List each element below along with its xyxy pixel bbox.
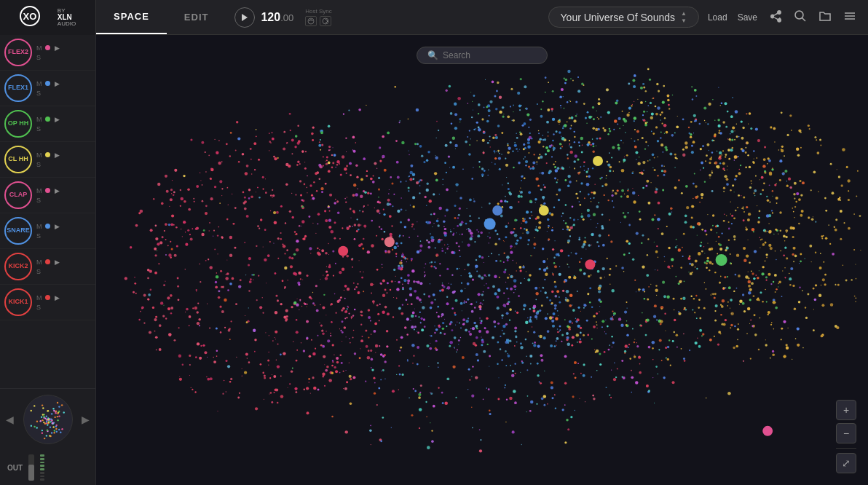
- dot-ophh: [45, 117, 50, 122]
- channel-circle-ophh[interactable]: OP HH: [4, 110, 32, 138]
- vu-segment: [40, 458, 44, 460]
- tab-edit[interactable]: EDIT: [167, 0, 226, 34]
- sidebar-prev-arrow[interactable]: ◀: [6, 414, 14, 425]
- dot-kick1: [45, 295, 50, 300]
- vu-segment: [40, 465, 44, 467]
- out-label: OUT: [7, 464, 23, 472]
- title-arrow-down[interactable]: ▼: [681, 17, 687, 24]
- sync-icon-right[interactable]: [320, 16, 331, 26]
- zoom-out-button[interactable]: −: [836, 423, 856, 443]
- mute-kick1[interactable]: M: [36, 294, 42, 301]
- title-arrow-up[interactable]: ▲: [681, 10, 687, 17]
- volume-fill: [28, 465, 34, 481]
- transport-section: 120.00 Host Sync: [234, 7, 331, 28]
- play-button[interactable]: [234, 7, 255, 28]
- mute-snare[interactable]: M: [36, 223, 42, 230]
- channel-controls-flex2: M ▶ S: [36, 44, 60, 61]
- channel-row-clap: CLAP M ▶ S: [0, 178, 95, 213]
- channel-circle-flex2[interactable]: FLEX2: [4, 39, 32, 66]
- channel-controls-clap: M ▶ S: [36, 187, 60, 204]
- share-icon[interactable]: [769, 9, 782, 25]
- out-row: OUT: [0, 450, 95, 485]
- load-button[interactable]: Load: [705, 11, 730, 24]
- channel-controls-ophh: M ▶ S: [36, 116, 60, 133]
- channel-circle-clhh[interactable]: CL HH: [4, 146, 32, 173]
- vu-segment: [40, 468, 44, 470]
- mute-clap[interactable]: M: [36, 187, 42, 194]
- solo-ophh[interactable]: S: [36, 125, 41, 133]
- zoom-in-button[interactable]: +: [836, 400, 856, 420]
- sidebar: FLEX2 M ▶ S FLEX1 M ▶: [0, 35, 96, 485]
- solo-clap[interactable]: S: [36, 197, 41, 204]
- play-kick1[interactable]: ▶: [55, 294, 60, 301]
- universe-title-area: Your Universe Of Sounds ▲ ▼ Load Save: [548, 7, 760, 28]
- zoom-fit-button[interactable]: ⤢: [836, 453, 856, 473]
- topbar: XO BY XLN AUDIO SPACE EDIT 120.00 Host S…: [0, 0, 868, 35]
- channel-circle-kick2[interactable]: KICK2: [4, 253, 32, 280]
- solo-snare[interactable]: S: [36, 232, 41, 240]
- play-kick2[interactable]: ▶: [55, 259, 60, 266]
- svg-line-6: [802, 17, 806, 21]
- vu-segment: [40, 462, 44, 464]
- solo-clhh[interactable]: S: [36, 161, 41, 168]
- solo-flex2[interactable]: S: [36, 54, 41, 61]
- channel-row-kick1: KICK1 M ▶ S: [0, 285, 95, 320]
- sound-dots-canvas[interactable]: [96, 35, 868, 485]
- svg-point-5: [795, 11, 803, 19]
- play-snare[interactable]: ▶: [55, 223, 60, 230]
- solo-kick2[interactable]: S: [36, 268, 41, 275]
- vu-segment: [40, 454, 44, 457]
- universe-title-box: Your Universe Of Sounds ▲ ▼: [548, 7, 699, 28]
- load-save-buttons: Load Save: [705, 11, 760, 24]
- svg-text:XO: XO: [23, 11, 36, 22]
- title-arrows[interactable]: ▲ ▼: [681, 10, 687, 24]
- logo-text: BY XLN AUDIO: [58, 8, 76, 27]
- folder-icon[interactable]: [818, 9, 832, 25]
- channel-circle-snare[interactable]: SNARE: [4, 217, 32, 245]
- dot-kick2: [45, 259, 50, 264]
- menu-icon[interactable]: [843, 9, 856, 25]
- dot-clhh: [45, 152, 50, 157]
- channel-row-flex1: FLEX1 M ▶ S: [0, 71, 95, 106]
- zoom-controls: + − ⤢: [836, 400, 856, 473]
- bpm-display: 120.00: [261, 11, 293, 24]
- topbar-right-icons: [769, 9, 856, 25]
- channel-controls-kick1: M ▶ S: [36, 294, 60, 311]
- play-clap[interactable]: ▶: [55, 187, 60, 194]
- play-ophh[interactable]: ▶: [55, 116, 60, 123]
- channel-circle-kick1[interactable]: KICK1: [4, 288, 32, 316]
- tab-space[interactable]: SPACE: [96, 0, 167, 34]
- vu-segment: [40, 478, 44, 481]
- play-flex1[interactable]: ▶: [55, 80, 60, 87]
- mute-ophh[interactable]: M: [36, 116, 42, 123]
- play-flex2[interactable]: ▶: [55, 44, 60, 52]
- sidebar-next-arrow[interactable]: ▶: [82, 414, 90, 425]
- zoom-separator: [836, 448, 856, 449]
- play-clhh[interactable]: ▶: [55, 151, 60, 159]
- solo-kick1[interactable]: S: [36, 304, 41, 311]
- volume-fader[interactable]: [28, 454, 34, 481]
- channel-circle-clap[interactable]: CLAP: [4, 181, 32, 209]
- search-wrapper: 🔍: [417, 47, 548, 64]
- save-button[interactable]: Save: [735, 11, 760, 24]
- channel-list: FLEX2 M ▶ S FLEX1 M ▶: [0, 35, 95, 320]
- mini-overview-circle[interactable]: [23, 395, 73, 444]
- mute-flex2[interactable]: M: [36, 44, 42, 52]
- mute-clhh[interactable]: M: [36, 151, 42, 159]
- channel-row-clhh: CL HH M ▶ S: [0, 142, 95, 178]
- vu-meter: [40, 454, 44, 481]
- mute-flex1[interactable]: M: [36, 80, 42, 87]
- channel-controls-flex1: M ▶ S: [36, 80, 60, 97]
- vu-segment: [40, 476, 44, 478]
- host-sync: Host Sync: [305, 8, 331, 26]
- svg-point-3: [308, 18, 314, 24]
- search-input[interactable]: [443, 50, 530, 60]
- search-icon[interactable]: [794, 9, 807, 25]
- solo-flex1[interactable]: S: [36, 90, 41, 97]
- mute-kick2[interactable]: M: [36, 259, 42, 266]
- sync-icon-left[interactable]: [305, 16, 317, 26]
- main-canvas-area[interactable]: 🔍 + − ⤢: [96, 35, 868, 485]
- channel-circle-flex1[interactable]: FLEX1: [4, 74, 32, 102]
- vu-segment: [40, 472, 44, 474]
- channel-row-kick2: KICK2 M ▶ S: [0, 249, 95, 285]
